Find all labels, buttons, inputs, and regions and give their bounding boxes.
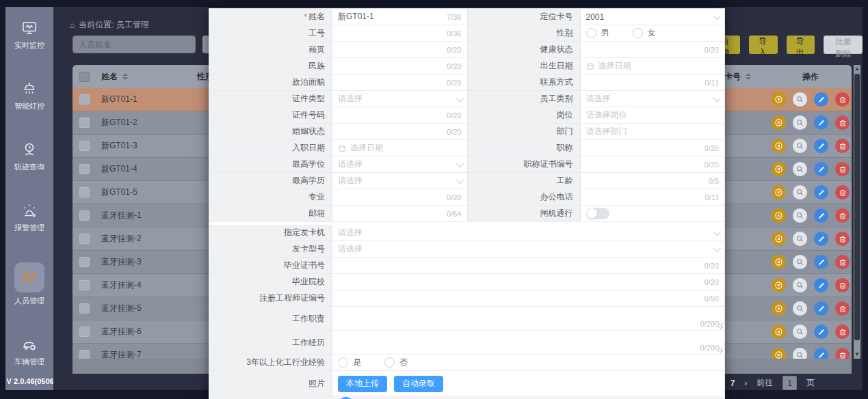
form-text-input[interactable]: 0/20	[332, 74, 467, 90]
form-text-input[interactable]: 请选择部门	[581, 124, 725, 139]
table-scrollbar[interactable]: ▲ ▼	[854, 65, 860, 359]
form-radio-group[interactable]: 男女	[581, 25, 725, 41]
form-textarea[interactable]: 0/200	[332, 331, 724, 354]
delete-button[interactable]	[835, 185, 850, 200]
disable-button[interactable]	[772, 325, 786, 339]
view-button[interactable]	[793, 162, 807, 176]
form-text-input[interactable]: 0/20	[581, 42, 725, 57]
disable-button[interactable]	[772, 185, 786, 200]
form-text-input[interactable]: 0/64	[332, 206, 467, 221]
sidebar-item-track-query[interactable]: 轨迹查询	[14, 141, 44, 172]
sidebar-item-personnel-mgmt[interactable]: 人员管理	[14, 262, 44, 306]
gate-access-toggle[interactable]	[586, 208, 609, 219]
form-text-input[interactable]: 0/20	[581, 140, 725, 156]
form-select[interactable]: 请选择	[332, 241, 724, 257]
form-text-input[interactable]: 0/20	[332, 107, 467, 123]
view-button[interactable]	[793, 301, 807, 316]
form-text-input[interactable]: 0/20	[332, 42, 467, 57]
photo-upload-field[interactable]: 本地上传自动录取	[332, 371, 724, 396]
delete-button[interactable]	[835, 115, 850, 130]
edit-button[interactable]	[814, 139, 828, 153]
form-select[interactable]: 请选择	[581, 91, 725, 107]
delete-button[interactable]	[835, 325, 850, 339]
form-text-input[interactable]: 0/50	[332, 290, 724, 306]
form-select[interactable]: 请选择	[332, 91, 467, 107]
sort-caret-icon[interactable]	[122, 73, 128, 80]
scroll-down-icon[interactable]: ▼	[854, 351, 860, 358]
import-button[interactable]: 导入	[749, 36, 778, 54]
row-checkbox[interactable]	[79, 141, 90, 151]
next-page-button[interactable]: ›	[744, 379, 747, 388]
column-header-name[interactable]: 姓名	[96, 71, 192, 83]
row-checkbox[interactable]	[79, 118, 90, 128]
delete-button[interactable]	[835, 139, 850, 153]
delete-button[interactable]	[835, 301, 850, 316]
sidebar-item-alarm-mgmt[interactable]: 报警管理	[14, 202, 44, 233]
form-text-input[interactable]: 0/20	[332, 258, 724, 273]
row-checkbox[interactable]	[79, 280, 90, 290]
form-text-input[interactable]: 新GT01-17/36	[332, 9, 467, 25]
delete-button[interactable]	[835, 255, 850, 269]
row-checkbox[interactable]	[79, 303, 90, 314]
disable-button[interactable]	[772, 278, 786, 292]
local-upload-button[interactable]: 本地上传	[338, 376, 387, 392]
disable-button[interactable]	[772, 162, 786, 176]
form-select[interactable]: 请选择	[332, 173, 467, 189]
disable-button[interactable]	[772, 115, 786, 130]
view-button[interactable]	[793, 139, 807, 153]
edit-button[interactable]	[814, 208, 828, 223]
form-text-input[interactable]: 0/20	[332, 189, 467, 205]
disable-button[interactable]	[772, 255, 786, 269]
view-button[interactable]	[793, 255, 807, 269]
row-checkbox[interactable]	[79, 257, 90, 267]
edit-button[interactable]	[814, 185, 828, 200]
form-text-input[interactable]: 0/5	[581, 173, 725, 189]
radio-option[interactable]: 是	[338, 357, 361, 368]
edit-button[interactable]	[814, 301, 828, 316]
view-button[interactable]	[793, 208, 807, 223]
radio-option[interactable]: 否	[384, 357, 408, 368]
form-select[interactable]: 请选择	[332, 225, 724, 240]
row-checkbox[interactable]	[79, 164, 90, 174]
edit-button[interactable]	[814, 278, 828, 292]
auto-capture-button[interactable]: 自动录取	[394, 376, 443, 392]
row-checkbox[interactable]	[79, 187, 90, 197]
resize-handle-icon[interactable]	[718, 323, 723, 329]
resize-handle-icon[interactable]	[718, 347, 723, 353]
disable-button[interactable]	[772, 232, 786, 246]
form-text-input[interactable]: 0/20	[581, 156, 725, 172]
edit-button[interactable]	[814, 92, 828, 107]
row-checkbox[interactable]	[79, 94, 90, 105]
disable-button[interactable]	[772, 139, 786, 153]
row-checkbox[interactable]	[79, 327, 90, 337]
delete-button[interactable]	[835, 278, 850, 292]
view-button[interactable]	[793, 115, 807, 130]
view-button[interactable]	[793, 325, 807, 339]
form-radio-group[interactable]: 是否	[332, 355, 724, 370]
export-button[interactable]: 导出	[787, 36, 815, 54]
form-text-input[interactable]: 0/11	[581, 189, 725, 205]
delete-button[interactable]	[835, 162, 850, 176]
view-button[interactable]	[793, 278, 807, 292]
form-text-input[interactable]: 0/20	[332, 274, 724, 290]
delete-button[interactable]	[835, 232, 850, 246]
goto-page-input[interactable]: 1	[782, 376, 797, 390]
edit-button[interactable]	[814, 325, 828, 339]
form-text-input[interactable]: 0/20	[332, 58, 467, 74]
disable-button[interactable]	[772, 208, 786, 223]
radio-option[interactable]: 女	[633, 27, 656, 39]
edit-button[interactable]	[814, 115, 828, 130]
sidebar-item-vehicle-mgmt[interactable]: 车辆管理	[14, 335, 44, 367]
row-checkbox[interactable]	[79, 234, 90, 244]
form-text-input[interactable]: 0/20	[332, 124, 467, 139]
form-text-input[interactable]: 0/36	[332, 25, 467, 41]
search-input[interactable]	[73, 36, 196, 53]
disable-button[interactable]	[772, 301, 786, 316]
batch-delete-button[interactable]: 批量删除	[824, 36, 863, 54]
row-checkbox[interactable]	[79, 210, 90, 221]
edit-button[interactable]	[814, 232, 828, 246]
delete-button[interactable]	[835, 208, 850, 223]
edit-button[interactable]	[814, 255, 828, 269]
form-text-input[interactable]: 0/11	[581, 74, 725, 90]
form-toggle-field[interactable]	[581, 206, 725, 221]
